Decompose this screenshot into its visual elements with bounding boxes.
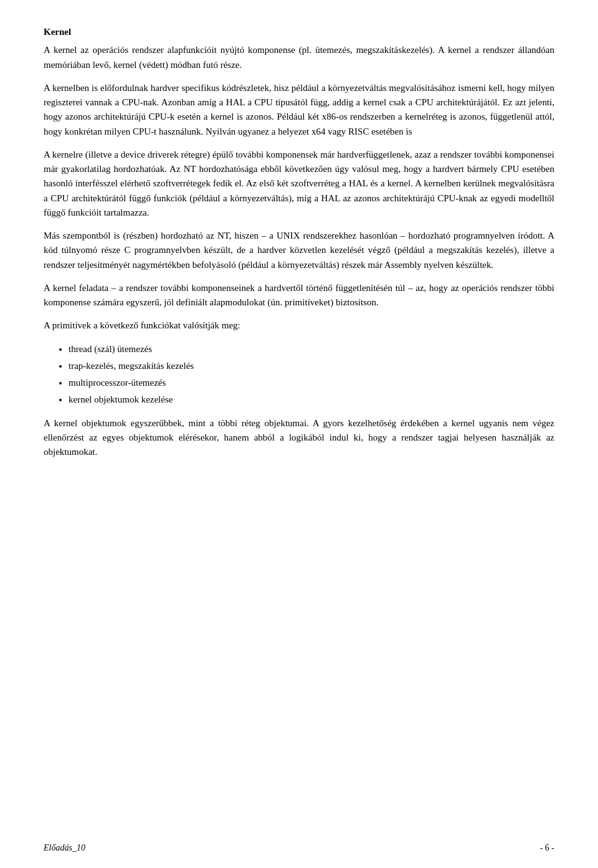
footer-right: - 6 -	[540, 843, 554, 853]
paragraph-1: A kernel az operációs rendszer alapfunkc…	[44, 43, 554, 72]
list-item: multiprocesszor-ütemezés	[69, 376, 554, 390]
paragraph-4: Más szempontból is (részben) hordozható …	[44, 229, 554, 272]
paragraph-2: A kernelben is előfordulnak hardver spec…	[44, 81, 554, 139]
paragraph-7: A kernel objektumok egyszerűbbek, mint a…	[44, 416, 554, 460]
section-heading: Kernel	[44, 25, 554, 39]
footer-left: Előadás_10	[44, 843, 85, 853]
list-item: trap-kezelés, megszakítás kezelés	[69, 359, 554, 373]
page: Kernel A kernel az operációs rendszer al…	[0, 0, 598, 868]
paragraph-3: A kernelre (illetve a device driverek ré…	[44, 148, 554, 220]
list-item: kernel objektumok kezelése	[69, 393, 554, 407]
bullet-list: thread (szál) ütemezés trap-kezelés, meg…	[69, 342, 554, 408]
paragraph-5: A kernel feladata – a rendszer további k…	[44, 281, 554, 310]
paragraph-6: A primitívek a következő funkciókat való…	[44, 318, 554, 333]
footer: Előadás_10 - 6 -	[44, 843, 554, 853]
list-item: thread (szál) ütemezés	[69, 342, 554, 356]
main-content: Kernel A kernel az operációs rendszer al…	[44, 25, 554, 459]
